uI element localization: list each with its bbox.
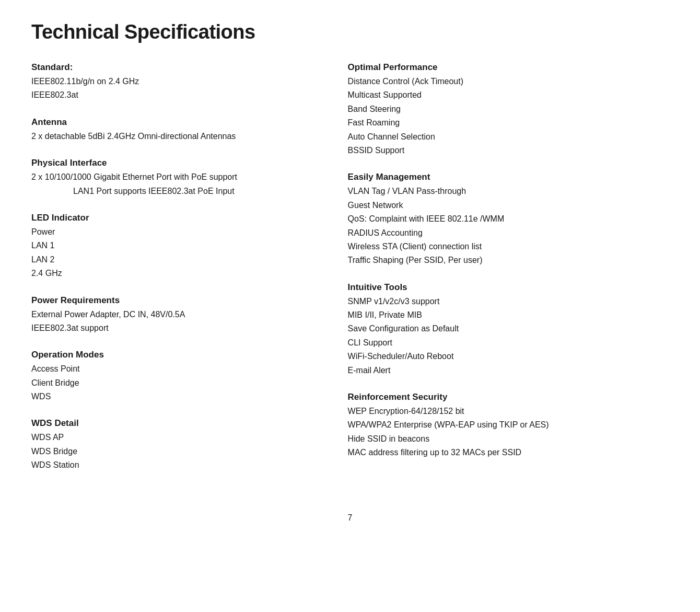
- optimal-performance-title: Optimal Performance: [348, 62, 669, 73]
- led-indicator-title: LED Indicator: [31, 213, 317, 223]
- physical-interface-title: Physical Interface: [31, 158, 317, 168]
- intuitive-line-6: E-mail Alert: [348, 364, 669, 377]
- section-standard: Standard: IEEE802.11b/g/n on 2.4 GHz IEE…: [31, 62, 317, 102]
- power-requirements-title: Power Requirements: [31, 295, 317, 306]
- power-line-2: IEEE802.3at support: [31, 321, 317, 335]
- led-line-1: Power: [31, 225, 317, 239]
- physical-interface-line-1: 2 x 10/100/1000 Gigabit Ethernet Port wi…: [31, 170, 317, 184]
- section-power-requirements: Power Requirements External Power Adapte…: [31, 295, 317, 336]
- led-indicator-body: Power LAN 1 LAN 2 2.4 GHz: [31, 225, 317, 281]
- section-physical-interface: Physical Interface 2 x 10/100/1000 Gigab…: [31, 158, 317, 198]
- section-intuitive-tools: Intuitive Tools SNMP v1/v2c/v3 support M…: [348, 282, 669, 377]
- easily-line-4: RADIUS Accounting: [348, 226, 669, 240]
- intuitive-line-3: Save Configuration as Default: [348, 322, 669, 336]
- physical-interface-line-2: LAN1 Port supports IEEE802.3at PoE Input: [31, 184, 317, 198]
- standard-line-1: IEEE802.11b/g/n on 2.4 GHz: [31, 75, 317, 88]
- intuitive-line-1: SNMP v1/v2c/v3 support: [348, 295, 669, 308]
- page-number: 7: [31, 513, 669, 523]
- led-line-4: 2.4 GHz: [31, 267, 317, 280]
- wds-detail-body: WDS AP WDS Bridge WDS Station: [31, 431, 317, 472]
- led-line-2: LAN 1: [31, 239, 317, 252]
- section-operation-modes: Operation Modes Access Point Client Brid…: [31, 350, 317, 403]
- security-line-4: MAC address filtering up to 32 MACs per …: [348, 446, 669, 459]
- intuitive-tools-title: Intuitive Tools: [348, 282, 669, 293]
- section-easily-management: Easily Management VLAN Tag / VLAN Pass-t…: [348, 172, 669, 267]
- standard-body: IEEE802.11b/g/n on 2.4 GHz IEEE802.3at: [31, 75, 317, 102]
- security-line-2: WPA/WPA2 Enterprise (WPA-EAP using TKIP …: [348, 418, 669, 432]
- antenna-body: 2 x detachable 5dBi 2.4GHz Omni-directio…: [31, 130, 317, 143]
- section-wds-detail: WDS Detail WDS AP WDS Bridge WDS Station: [31, 418, 317, 472]
- easily-line-1: VLAN Tag / VLAN Pass-through: [348, 184, 669, 198]
- standard-line-2: IEEE802.3at: [31, 88, 317, 102]
- operation-modes-line-2: Client Bridge: [31, 376, 317, 390]
- wds-detail-title: WDS Detail: [31, 418, 317, 429]
- optimal-line-4: Fast Roaming: [348, 116, 669, 130]
- operation-modes-line-1: Access Point: [31, 362, 317, 376]
- power-line-1: External Power Adapter, DC IN, 48V/0.5A: [31, 308, 317, 321]
- intuitive-line-5: WiFi-Scheduler/Auto Reboot: [348, 350, 669, 363]
- security-line-3: Hide SSID in beacons: [348, 432, 669, 446]
- antenna-line-1: 2 x detachable 5dBi 2.4GHz Omni-directio…: [31, 130, 317, 143]
- operation-modes-body: Access Point Client Bridge WDS: [31, 362, 317, 403]
- operation-modes-line-3: WDS: [31, 390, 317, 403]
- optimal-line-6: BSSID Support: [348, 144, 669, 157]
- wds-line-1: WDS AP: [31, 431, 317, 444]
- wds-line-2: WDS Bridge: [31, 445, 317, 458]
- easily-line-6: Traffic Shaping (Per SSID, Per user): [348, 253, 669, 267]
- right-column: Optimal Performance Distance Control (Ac…: [337, 62, 669, 487]
- intuitive-line-2: MIB I/II, Private MIB: [348, 308, 669, 322]
- reinforcement-security-body: WEP Encryption-64/128/152 bit WPA/WPA2 E…: [348, 405, 669, 460]
- page-title: Technical Specifications: [31, 21, 669, 43]
- easily-line-5: Wireless STA (Client) connection list: [348, 240, 669, 253]
- operation-modes-title: Operation Modes: [31, 350, 317, 360]
- left-column: Standard: IEEE802.11b/g/n on 2.4 GHz IEE…: [31, 62, 337, 487]
- optimal-line-3: Band Steering: [348, 102, 669, 116]
- easily-management-body: VLAN Tag / VLAN Pass-through Guest Netwo…: [348, 184, 669, 267]
- section-reinforcement-security: Reinforcement Security WEP Encryption-64…: [348, 392, 669, 460]
- intuitive-tools-body: SNMP v1/v2c/v3 support MIB I/II, Private…: [348, 295, 669, 377]
- easily-line-3: QoS: Complaint with IEEE 802.11e /WMM: [348, 212, 669, 226]
- section-antenna: Antenna 2 x detachable 5dBi 2.4GHz Omni-…: [31, 117, 317, 143]
- easily-management-title: Easily Management: [348, 172, 669, 182]
- antenna-title: Antenna: [31, 117, 317, 128]
- optimal-line-5: Auto Channel Selection: [348, 130, 669, 144]
- wds-line-3: WDS Station: [31, 458, 317, 472]
- easily-line-2: Guest Network: [348, 199, 669, 212]
- optimal-line-1: Distance Control (Ack Timeout): [348, 75, 669, 88]
- optimal-performance-body: Distance Control (Ack Timeout) Multicast…: [348, 75, 669, 157]
- security-line-1: WEP Encryption-64/128/152 bit: [348, 405, 669, 418]
- intuitive-line-4: CLI Support: [348, 336, 669, 350]
- physical-interface-body: 2 x 10/100/1000 Gigabit Ethernet Port wi…: [31, 170, 317, 198]
- led-line-3: LAN 2: [31, 253, 317, 267]
- section-led-indicator: LED Indicator Power LAN 1 LAN 2 2.4 GHz: [31, 213, 317, 281]
- power-requirements-body: External Power Adapter, DC IN, 48V/0.5A …: [31, 308, 317, 336]
- section-optimal-performance: Optimal Performance Distance Control (Ac…: [348, 62, 669, 157]
- optimal-line-2: Multicast Supported: [348, 88, 669, 102]
- reinforcement-security-title: Reinforcement Security: [348, 392, 669, 402]
- standard-title: Standard:: [31, 62, 317, 73]
